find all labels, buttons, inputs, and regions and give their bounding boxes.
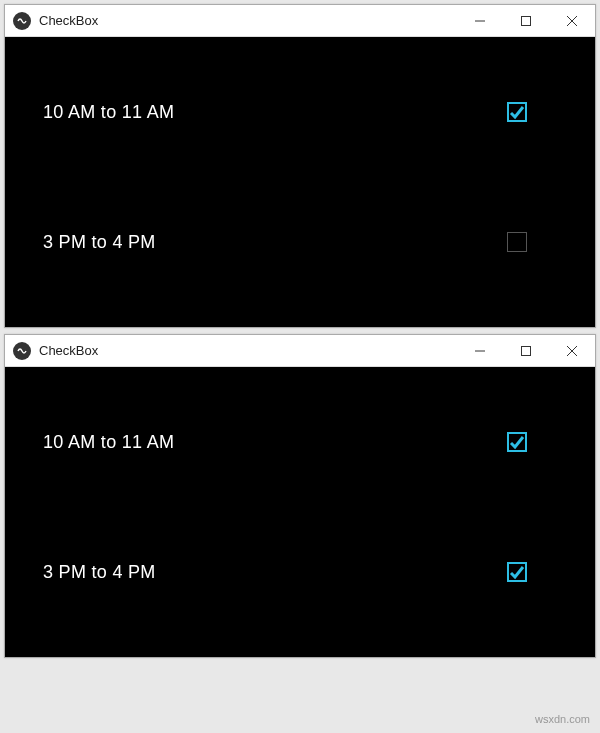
window-2: CheckBox 10 AM to 11 AM 3 PM to 4 PM bbox=[4, 334, 596, 658]
checkbox-label: 3 PM to 4 PM bbox=[43, 562, 156, 583]
checkbox-label: 3 PM to 4 PM bbox=[43, 232, 156, 253]
titlebar: CheckBox bbox=[5, 5, 595, 37]
checkbox-row: 3 PM to 4 PM bbox=[13, 507, 587, 637]
svg-rect-5 bbox=[522, 346, 531, 355]
svg-rect-1 bbox=[522, 16, 531, 25]
checkbox-label: 10 AM to 11 AM bbox=[43, 432, 174, 453]
maximize-button[interactable] bbox=[503, 5, 549, 36]
close-button[interactable] bbox=[549, 5, 595, 36]
minimize-button[interactable] bbox=[457, 5, 503, 36]
titlebar: CheckBox bbox=[5, 335, 595, 367]
window-title: CheckBox bbox=[39, 343, 457, 358]
checkbox-row: 3 PM to 4 PM bbox=[13, 177, 587, 307]
maximize-button[interactable] bbox=[503, 335, 549, 366]
app-icon bbox=[13, 12, 31, 30]
minimize-button[interactable] bbox=[457, 335, 503, 366]
close-button[interactable] bbox=[549, 335, 595, 366]
window-1: CheckBox 10 AM to 11 AM 3 PM to 4 PM bbox=[4, 4, 596, 328]
window-controls bbox=[457, 5, 595, 36]
checkbox-10am[interactable] bbox=[507, 432, 527, 452]
checkbox-3pm[interactable] bbox=[507, 232, 527, 252]
window-title: CheckBox bbox=[39, 13, 457, 28]
checkbox-row: 10 AM to 11 AM bbox=[13, 47, 587, 177]
app-icon bbox=[13, 342, 31, 360]
checkbox-row: 10 AM to 11 AM bbox=[13, 377, 587, 507]
window-controls bbox=[457, 335, 595, 366]
client-area: 10 AM to 11 AM 3 PM to 4 PM bbox=[5, 37, 595, 327]
checkbox-label: 10 AM to 11 AM bbox=[43, 102, 174, 123]
client-area: 10 AM to 11 AM 3 PM to 4 PM bbox=[5, 367, 595, 657]
checkbox-3pm[interactable] bbox=[507, 562, 527, 582]
checkbox-10am[interactable] bbox=[507, 102, 527, 122]
